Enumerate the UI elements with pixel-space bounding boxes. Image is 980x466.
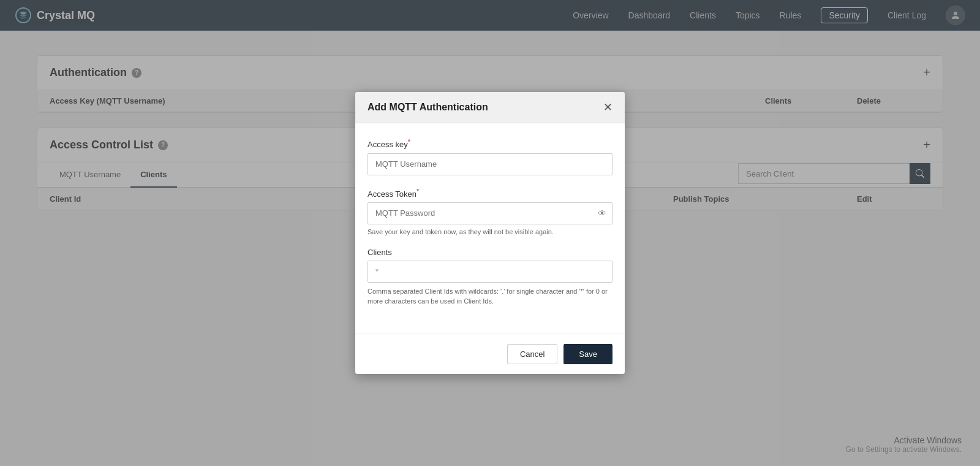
modal-body: Access key* Access Token* 👁 Save your ke… xyxy=(355,123,625,334)
save-button[interactable]: Save xyxy=(564,344,612,364)
modal-footer: Cancel Save xyxy=(355,334,625,374)
access-key-input[interactable] xyxy=(368,153,612,175)
modal-close-button[interactable]: ✕ xyxy=(603,102,612,113)
modal-overlay: Add MQTT Authentication ✕ Access key* Ac… xyxy=(0,0,980,466)
access-token-label: Access Token* xyxy=(368,188,612,199)
access-token-required: * xyxy=(417,188,419,195)
cancel-button[interactable]: Cancel xyxy=(507,344,557,364)
modal-header: Add MQTT Authentication ✕ xyxy=(355,92,625,123)
clients-group: Clients Comma separated Client Ids with … xyxy=(368,248,612,307)
modal-title: Add MQTT Authentication xyxy=(368,102,488,113)
toggle-password-icon[interactable]: 👁 xyxy=(598,208,606,218)
save-hint-text: Save your key and token now, as they wil… xyxy=(368,228,612,235)
access-token-group: Access Token* 👁 Save your key and token … xyxy=(368,188,612,235)
access-token-wrapper: 👁 xyxy=(368,202,612,224)
add-mqtt-auth-modal: Add MQTT Authentication ✕ Access key* Ac… xyxy=(355,92,625,374)
access-token-input[interactable] xyxy=(368,202,612,224)
access-key-required: * xyxy=(408,138,410,145)
access-key-group: Access key* xyxy=(368,138,612,175)
clients-input[interactable] xyxy=(368,261,612,283)
clients-hint-text: Comma separated Client Ids with wildcard… xyxy=(368,286,612,307)
clients-label: Clients xyxy=(368,248,612,257)
access-key-label: Access key* xyxy=(368,138,612,149)
